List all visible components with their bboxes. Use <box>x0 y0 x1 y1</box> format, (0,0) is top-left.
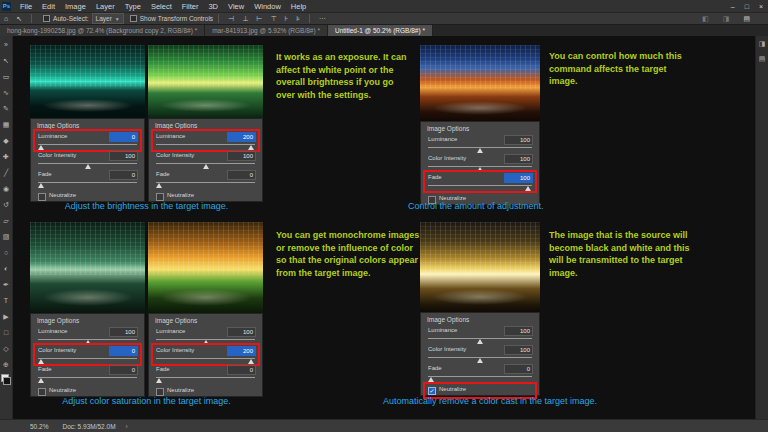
brush-tool-icon[interactable]: ╱ <box>4 165 8 181</box>
menu-view[interactable]: View <box>223 2 249 11</box>
clone-stamp-tool-icon[interactable]: ◉ <box>3 181 9 197</box>
neutralize-checkbox[interactable] <box>156 193 164 201</box>
luminance-slider[interactable] <box>428 338 532 339</box>
menu-image[interactable]: Image <box>60 2 91 11</box>
align-center-horizontal-icon[interactable]: ⊥ <box>238 15 252 23</box>
slider-thumb[interactable] <box>477 339 483 344</box>
gradient-tool-icon[interactable]: ▨ <box>3 229 10 245</box>
crop-tool-icon[interactable]: ▦ <box>3 117 10 133</box>
neutralize-checkbox[interactable] <box>156 388 164 396</box>
document-tab-2[interactable]: mar-841913.jpg @ 5.92% (RGB/8#) * <box>205 25 328 36</box>
align-bottom-icon[interactable]: ⊧ <box>292 15 304 23</box>
maximize-icon[interactable]: □ <box>740 3 754 10</box>
menu-layer[interactable]: Layer <box>91 2 120 11</box>
slider-thumb[interactable] <box>477 148 483 153</box>
workspace-icon[interactable]: ▤ <box>739 15 754 23</box>
slider-thumb[interactable] <box>38 359 44 364</box>
menu-3d[interactable]: 3D <box>203 2 223 11</box>
menu-filter[interactable]: Filter <box>177 2 204 11</box>
color-swatches[interactable] <box>1 374 11 385</box>
color-intensity-slider[interactable] <box>156 358 255 359</box>
color-intensity-value-field[interactable]: 100 <box>227 151 256 161</box>
slider-thumb[interactable] <box>203 164 209 169</box>
color-intensity-slider[interactable] <box>156 163 255 164</box>
fade-slider[interactable] <box>156 182 255 183</box>
luminance-slider[interactable] <box>156 339 255 340</box>
luminance-value-field[interactable]: 200 <box>227 132 256 142</box>
fade-value-field[interactable]: 0 <box>504 364 533 374</box>
slider-thumb[interactable] <box>85 340 91 345</box>
eraser-tool-icon[interactable]: ▱ <box>3 213 8 229</box>
luminance-slider[interactable] <box>38 144 137 145</box>
quick-selection-tool-icon[interactable]: ✎ <box>3 101 9 117</box>
3d-orbit-icon[interactable]: ◨ <box>719 15 734 23</box>
document-tab-1[interactable]: hong-kong-1990258.jpg @ 72.4% (Backgroun… <box>0 25 205 36</box>
collapse-panels-icon[interactable]: » <box>4 37 8 53</box>
blur-tool-icon[interactable]: ○ <box>4 245 8 261</box>
menu-file[interactable]: File <box>15 2 37 11</box>
collapsed-panel-icon[interactable]: ▤ <box>759 55 766 63</box>
fade-slider[interactable] <box>428 185 532 186</box>
luminance-value-field[interactable]: 100 <box>109 327 138 337</box>
slider-thumb[interactable] <box>248 359 254 364</box>
color-intensity-slider[interactable] <box>428 357 532 358</box>
luminance-value-field[interactable]: 0 <box>109 132 138 142</box>
fade-slider[interactable] <box>38 377 137 378</box>
pen-tool-icon[interactable]: ✒ <box>3 277 9 293</box>
slider-thumb[interactable] <box>428 377 434 382</box>
color-intensity-value-field[interactable]: 100 <box>504 345 533 355</box>
move-tool-icon[interactable]: ↖ <box>12 15 26 23</box>
neutralize-checkbox[interactable] <box>428 387 436 395</box>
luminance-value-field[interactable]: 100 <box>504 135 533 145</box>
zoom-level-field[interactable]: 50.2% <box>30 423 48 430</box>
show-transform-controls-checkbox[interactable] <box>130 15 137 22</box>
color-intensity-value-field[interactable]: 200 <box>227 346 256 356</box>
fade-value-field[interactable]: 0 <box>109 170 138 180</box>
menu-help[interactable]: Help <box>286 2 311 11</box>
more-options-icon[interactable]: ⋯ <box>315 15 330 23</box>
color-intensity-slider[interactable] <box>38 358 137 359</box>
neutralize-checkbox[interactable] <box>38 193 46 201</box>
slider-thumb[interactable] <box>156 183 162 188</box>
align-middle-icon[interactable]: ⊦ <box>281 15 293 23</box>
home-icon[interactable]: ⌂ <box>0 15 12 22</box>
path-selection-tool-icon[interactable]: ▶ <box>3 309 8 325</box>
color-intensity-value-field[interactable]: 100 <box>504 154 533 164</box>
luminance-value-field[interactable]: 100 <box>504 326 533 336</box>
menu-window[interactable]: Window <box>249 2 286 11</box>
3d-mode-icon[interactable]: ◧ <box>698 15 713 23</box>
luminance-slider[interactable] <box>428 147 532 148</box>
luminance-value-field[interactable]: 100 <box>227 327 256 337</box>
luminance-slider[interactable] <box>156 144 255 145</box>
auto-select-target-dropdown[interactable]: Layer ▼ <box>92 13 124 24</box>
auto-select-checkbox[interactable] <box>43 15 50 22</box>
fade-value-field[interactable]: 0 <box>109 365 138 375</box>
fade-value-field[interactable]: 0 <box>227 170 256 180</box>
move-tool[interactable]: ↖ <box>3 53 9 69</box>
menu-edit[interactable]: Edit <box>37 2 60 11</box>
slider-thumb[interactable] <box>85 164 91 169</box>
collapsed-panel-icon[interactable]: ◨ <box>759 40 766 48</box>
healing-brush-tool-icon[interactable]: ✚ <box>3 149 9 165</box>
close-icon[interactable]: × <box>754 3 768 10</box>
slider-thumb[interactable] <box>248 145 254 150</box>
align-top-icon[interactable]: ⊤ <box>266 15 280 23</box>
color-intensity-slider[interactable] <box>428 166 532 167</box>
zoom-tool-icon[interactable]: ⊕ <box>3 357 9 373</box>
slider-thumb[interactable] <box>203 340 209 345</box>
status-chevron-icon[interactable]: › <box>126 423 128 430</box>
menu-type[interactable]: Type <box>120 2 146 11</box>
luminance-slider[interactable] <box>38 339 137 340</box>
color-intensity-value-field[interactable]: 100 <box>109 151 138 161</box>
color-intensity-value-field[interactable]: 0 <box>109 346 138 356</box>
background-color-swatch[interactable] <box>3 377 11 385</box>
hand-tool-icon[interactable]: ◇ <box>3 341 8 357</box>
slider-thumb[interactable] <box>38 378 44 383</box>
align-right-icon[interactable]: ⊢ <box>252 15 266 23</box>
fade-slider[interactable] <box>38 182 137 183</box>
slider-thumb[interactable] <box>477 358 483 363</box>
menu-select[interactable]: Select <box>146 2 177 11</box>
neutralize-checkbox[interactable] <box>38 388 46 396</box>
type-tool-icon[interactable]: T <box>4 293 8 309</box>
slider-thumb[interactable] <box>525 186 531 191</box>
